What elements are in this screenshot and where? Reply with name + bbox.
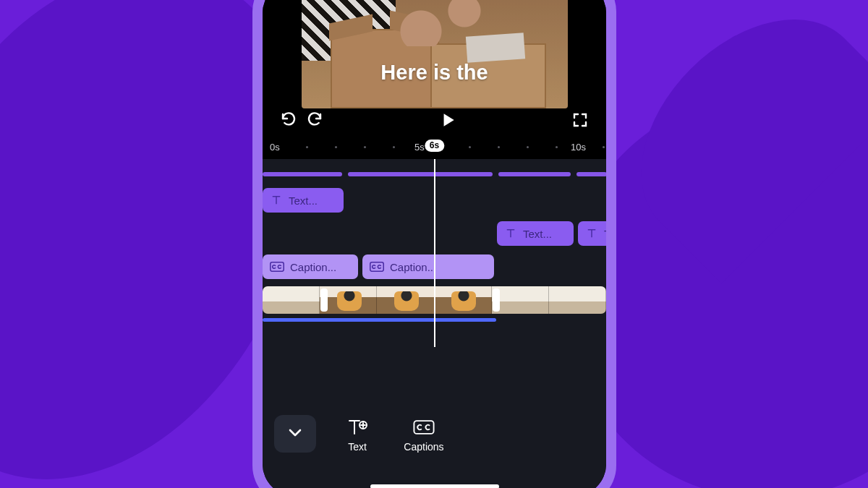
marker-clip[interactable] xyxy=(576,172,606,176)
preview-caption-overlay: Here is the xyxy=(263,61,606,85)
close-panel-button[interactable] xyxy=(274,415,316,453)
marker-clip[interactable] xyxy=(348,172,493,176)
timeline-ruler[interactable]: 0s 5s 10s 6s xyxy=(263,139,606,159)
clip-label: Text... xyxy=(604,228,606,240)
text-clip[interactable]: Text... xyxy=(497,221,574,246)
cc-icon xyxy=(370,262,384,272)
tool-label: Captions xyxy=(404,441,443,453)
clip-label: Text... xyxy=(523,228,552,240)
redo-button[interactable] xyxy=(305,111,325,132)
caption-clip[interactable]: Caption... xyxy=(362,254,494,279)
text-icon xyxy=(585,227,598,240)
text-icon xyxy=(504,227,517,240)
undo-button[interactable] xyxy=(278,111,299,132)
app-screen: Here is the xyxy=(263,0,606,488)
marker-clip[interactable] xyxy=(263,172,342,176)
text-clip[interactable]: Text... xyxy=(578,221,606,246)
playhead[interactable] xyxy=(434,159,435,347)
clip-trim-handle-right[interactable] xyxy=(493,288,500,312)
fullscreen-button[interactable] xyxy=(570,111,590,132)
clip-label: Text... xyxy=(289,194,318,207)
phone-frame: Here is the xyxy=(252,0,616,488)
play-button[interactable] xyxy=(438,111,458,132)
home-indicator[interactable] xyxy=(370,484,499,488)
ruler-label: 5s xyxy=(414,142,425,153)
chevron-down-icon xyxy=(286,424,304,444)
clip-label: Caption... xyxy=(390,261,436,273)
text-add-icon xyxy=(346,418,368,437)
video-preview[interactable]: Here is the xyxy=(263,0,606,139)
text-tool-button[interactable]: Text xyxy=(332,415,383,453)
marker-clip[interactable] xyxy=(498,172,571,176)
fullscreen-icon xyxy=(571,111,589,132)
bottom-toolbar: Text Captions xyxy=(263,408,606,488)
playhead-time-pill[interactable]: 6s xyxy=(425,140,444,152)
tool-label: Text xyxy=(348,441,367,453)
preview-frame xyxy=(302,0,568,108)
caption-clip[interactable]: Caption... xyxy=(263,254,358,279)
text-icon xyxy=(270,194,283,207)
text-clip[interactable]: Text... xyxy=(263,188,344,213)
ruler-label: 0s xyxy=(270,142,280,153)
ruler-label: 10s xyxy=(571,142,586,153)
undo-icon xyxy=(280,111,297,132)
audio-clip[interactable] xyxy=(263,318,496,322)
timeline[interactable]: Text... Text... Text... xyxy=(263,159,606,408)
cc-icon xyxy=(413,418,435,437)
captions-tool-button[interactable]: Captions xyxy=(399,415,449,453)
playback-controls xyxy=(263,108,606,134)
clip-trim-handle-left[interactable] xyxy=(320,288,328,312)
redo-icon xyxy=(306,111,323,132)
play-icon xyxy=(438,111,457,132)
clip-label: Caption... xyxy=(290,261,336,273)
cc-icon xyxy=(270,262,284,272)
